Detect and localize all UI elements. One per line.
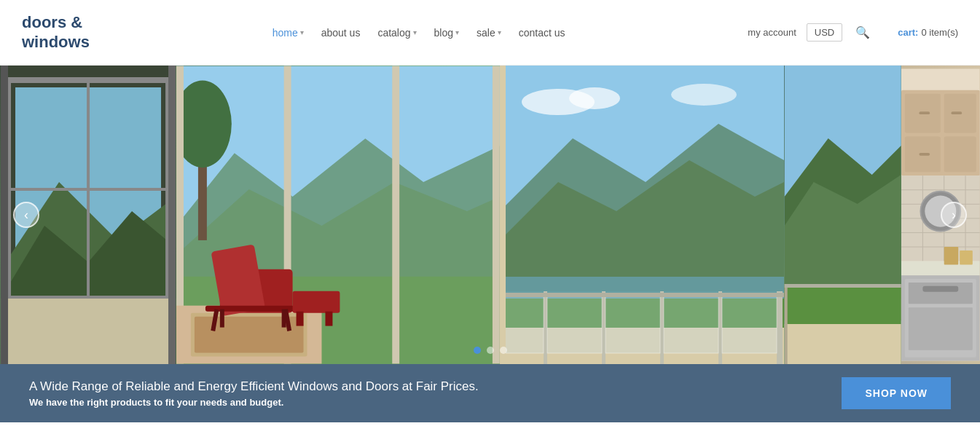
svg-rect-57 — [500, 66, 506, 364]
svg-rect-63 — [785, 284, 788, 364]
chevron-down-icon: ▾ — [413, 28, 417, 36]
svg-rect-89 — [909, 283, 973, 304]
slide-panel-2 — [176, 66, 500, 364]
svg-rect-50 — [777, 291, 783, 364]
nav-contact[interactable]: contact us — [519, 27, 565, 39]
slider-next-button[interactable]: › — [941, 202, 967, 228]
svg-rect-73 — [952, 111, 963, 114]
hero-slider: ‹ › — [0, 66, 980, 364]
banner-main-text: A Wide Range of Reliable and Energy Effi… — [29, 379, 479, 394]
svg-rect-47 — [602, 291, 605, 364]
svg-rect-52 — [547, 295, 602, 353]
nav-sale[interactable]: sale ▾ — [477, 27, 501, 39]
cart-item-count: 0 item(s) — [921, 27, 958, 38]
svg-rect-93 — [960, 250, 973, 265]
svg-rect-9 — [168, 66, 176, 364]
svg-rect-8 — [1, 66, 8, 364]
logo-line1: doors & — [22, 13, 90, 32]
main-nav: home ▾ about us catalog ▾ blog ▾ sale ▾ … — [90, 27, 748, 39]
svg-rect-65 — [785, 284, 901, 288]
svg-rect-32 — [282, 309, 286, 328]
header: doors & windows home ▾ about us catalog … — [0, 0, 980, 66]
svg-rect-53 — [605, 295, 660, 353]
svg-rect-19 — [493, 66, 500, 364]
nav-about[interactable]: about us — [321, 27, 361, 39]
svg-rect-54 — [664, 295, 718, 353]
svg-rect-74 — [920, 153, 930, 156]
my-account-link[interactable]: my account — [748, 27, 796, 38]
slider-dot-1[interactable] — [474, 347, 481, 354]
nav-home[interactable]: home ▾ — [273, 27, 304, 39]
slider-prev-button[interactable]: ‹ — [13, 202, 39, 228]
header-right: my account USD 🔍 cart: 0 item(s) — [748, 23, 958, 42]
svg-rect-55 — [722, 295, 777, 353]
svg-rect-35 — [326, 312, 333, 326]
svg-rect-56 — [500, 293, 784, 297]
logo-line2: windows — [22, 33, 90, 52]
chevron-right-icon: › — [952, 208, 956, 223]
cart-label: cart: — [898, 27, 918, 38]
logo[interactable]: doors & windows — [22, 13, 90, 52]
svg-rect-91 — [923, 286, 959, 292]
chevron-down-icon: ▾ — [300, 28, 304, 36]
currency-selector[interactable]: USD — [807, 23, 842, 42]
slide-panel-3 — [500, 66, 784, 364]
svg-rect-31 — [220, 309, 224, 328]
svg-rect-90 — [909, 307, 973, 350]
svg-rect-92 — [944, 247, 959, 264]
svg-rect-49 — [718, 291, 722, 364]
svg-rect-62 — [785, 324, 901, 364]
search-button[interactable]: 🔍 — [852, 23, 873, 42]
svg-rect-7 — [1, 299, 176, 364]
nav-catalog[interactable]: catalog ▾ — [377, 27, 416, 39]
search-icon: 🔍 — [855, 26, 870, 39]
svg-rect-46 — [544, 291, 547, 364]
chevron-down-icon: ▾ — [498, 28, 501, 36]
svg-rect-71 — [944, 136, 976, 172]
svg-point-38 — [569, 87, 620, 109]
banner-text: A Wide Range of Reliable and Energy Effi… — [29, 379, 479, 408]
slider-dot-2[interactable] — [487, 347, 494, 354]
cart-area[interactable]: cart: 0 item(s) — [898, 27, 958, 38]
shop-now-button[interactable]: shop now — [842, 377, 951, 409]
chevron-left-icon: ‹ — [24, 208, 28, 223]
banner-sub-text: We have the right products to fit your n… — [29, 397, 479, 408]
slider-dot-3[interactable] — [500, 347, 507, 354]
svg-rect-34 — [297, 312, 304, 326]
slider-dots — [474, 347, 507, 354]
svg-rect-22 — [399, 66, 493, 364]
svg-point-39 — [671, 84, 737, 106]
svg-rect-51 — [503, 295, 544, 353]
svg-rect-18 — [392, 66, 399, 364]
slide-panel-4 — [784, 66, 901, 364]
chevron-down-icon: ▾ — [455, 28, 459, 36]
svg-rect-48 — [660, 291, 664, 364]
promo-banner: A Wide Range of Reliable and Energy Effi… — [0, 364, 980, 422]
nav-blog[interactable]: blog ▾ — [434, 27, 459, 39]
svg-rect-72 — [920, 111, 930, 114]
svg-rect-33 — [293, 291, 340, 313]
